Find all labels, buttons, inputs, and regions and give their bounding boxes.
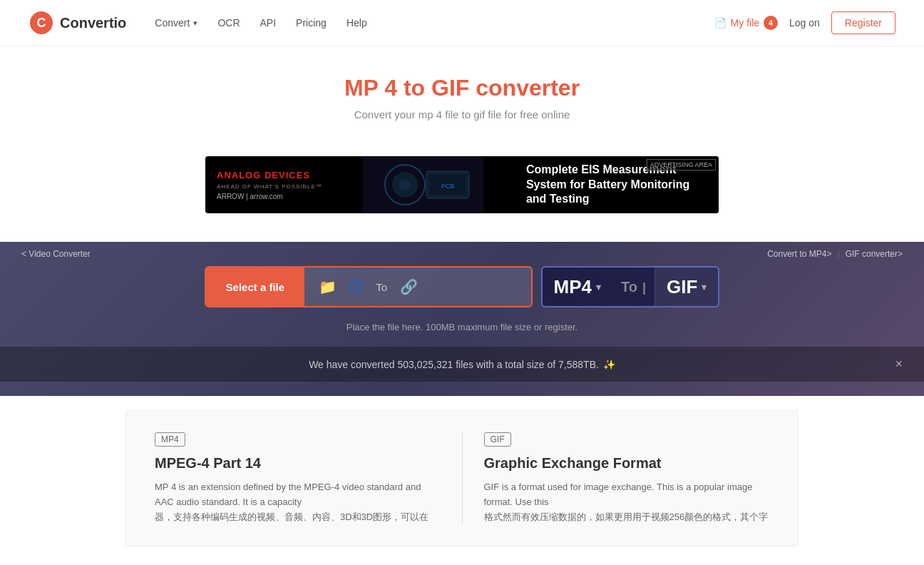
page-title: MP 4 to GIF converter <box>14 75 910 101</box>
login-button[interactable]: Log on <box>789 17 820 29</box>
breadcrumb-separator: | <box>838 249 840 259</box>
format-selector: MP4 ▾ To | GIF ▾ <box>541 266 720 307</box>
nav-convert[interactable]: Convert ▾ <box>155 17 197 29</box>
logo-text: Convertio <box>60 15 126 31</box>
info-wrapper: MP4 MPEG-4 Part 14 MP 4 is an extension … <box>0 396 924 561</box>
header: C Convertio Convert ▾ OCR API Pricing He… <box>0 0 924 46</box>
info-divider <box>462 432 463 524</box>
to-format-label: GIF <box>667 276 697 298</box>
hero-section: MP 4 to GIF converter Convert your mp 4 … <box>0 46 924 135</box>
ad-pcb-visual: PCB <box>362 157 483 213</box>
hero-subtitle: Convert your mp 4 file to gif file for f… <box>14 108 910 121</box>
ad-banner-container: ANALOG DEVICES AHEAD OF WHAT'S POSSIBLE™… <box>0 142 924 228</box>
converter-controls: Select a file 📁 ⬡ To 🔗 MP4 ▾ To | <box>21 266 903 307</box>
svg-point-5 <box>399 179 411 190</box>
mp4-desc: MP 4 is an extension defined by the MPEG… <box>155 480 441 524</box>
ad-tag: ADVERTISING AREA <box>647 159 716 170</box>
mp4-name: MPEG-4 Part 14 <box>155 455 441 472</box>
mp4-info: MP4 MPEG-4 Part 14 MP 4 is an extension … <box>155 432 441 524</box>
breadcrumb-right[interactable]: GIF converter> <box>846 249 903 259</box>
breadcrumb-middle[interactable]: Convert to MP4> <box>767 249 831 259</box>
ad-arrow-text: ARROW | arrow.com <box>217 193 322 200</box>
ad-image: PCB <box>334 157 512 213</box>
nav-ocr[interactable]: OCR <box>217 17 240 29</box>
stats-sparkle-icon: ✨ <box>603 359 615 370</box>
breadcrumb: < Video Converter Convert to MP4> | GIF … <box>0 242 924 266</box>
header-right: 📄 My file 4 Log on Register <box>714 11 895 34</box>
file-hint: Place the file here. 100MB maximum file … <box>21 322 903 332</box>
ad-brand: ANALOG DEVICES <box>217 170 322 180</box>
gif-name: Graphic Exchange Format <box>484 455 770 472</box>
to-format-chevron: ▾ <box>702 282 707 292</box>
main-nav: Convert ▾ OCR API Pricing Help <box>155 17 714 29</box>
cursor-blink: | <box>642 280 646 295</box>
stats-bar: We have converted 503,025,321 files with… <box>0 347 924 382</box>
breadcrumb-left[interactable]: < Video Converter <box>21 249 91 259</box>
ad-banner[interactable]: ANALOG DEVICES AHEAD OF WHAT'S POSSIBLE™… <box>205 156 719 213</box>
mp4-badge: MP4 <box>155 432 185 447</box>
format-to[interactable]: GIF ▾ <box>654 268 718 306</box>
logo-icon: C <box>29 10 54 36</box>
nav-pricing[interactable]: Pricing <box>296 17 327 29</box>
ad-brand-sub: AHEAD OF WHAT'S POSSIBLE™ <box>217 183 322 190</box>
select-file-button[interactable]: Select a file <box>206 268 305 306</box>
nav-api[interactable]: API <box>260 17 277 29</box>
logo[interactable]: C Convertio <box>29 10 126 36</box>
my-files-link[interactable]: 📄 My file 4 <box>714 16 778 30</box>
from-format-label: MP4 <box>554 276 592 298</box>
register-button[interactable]: Register <box>831 11 895 34</box>
format-from[interactable]: MP4 ▾ <box>543 276 612 298</box>
converter-inner: Select a file 📁 ⬡ To 🔗 MP4 ▾ To | <box>0 266 924 340</box>
stats-text: We have converted 503,025,321 files with… <box>309 359 615 370</box>
svg-text:PCB: PCB <box>441 183 455 190</box>
gif-desc: GIF is a format used for image exchange.… <box>484 480 770 524</box>
close-button[interactable]: × <box>895 357 903 372</box>
from-format-chevron: ▾ <box>596 282 601 292</box>
gif-info: GIF Graphic Exchange Format GIF is a for… <box>484 432 770 524</box>
dropbox-icon[interactable]: ⬡ <box>349 278 363 296</box>
file-icons: 📁 ⬡ To 🔗 <box>304 278 432 296</box>
nav-help[interactable]: Help <box>346 17 367 29</box>
link-icon[interactable]: 🔗 <box>400 278 418 295</box>
my-files-badge: 4 <box>764 16 778 30</box>
converter-section: < Video Converter Convert to MP4> | GIF … <box>0 242 924 396</box>
info-section: MP4 MPEG-4 Part 14 MP 4 is an extension … <box>125 410 799 546</box>
folder-icon[interactable]: 📁 <box>319 278 337 295</box>
chevron-down-icon: ▾ <box>193 19 197 28</box>
gdrive-label[interactable]: To <box>376 281 387 293</box>
my-files-icon: 📄 <box>714 17 727 29</box>
to-label: To | <box>612 279 654 295</box>
file-input-area: Select a file 📁 ⬡ To 🔗 <box>205 266 533 307</box>
gif-badge: GIF <box>484 432 511 447</box>
svg-text:C: C <box>37 16 46 30</box>
